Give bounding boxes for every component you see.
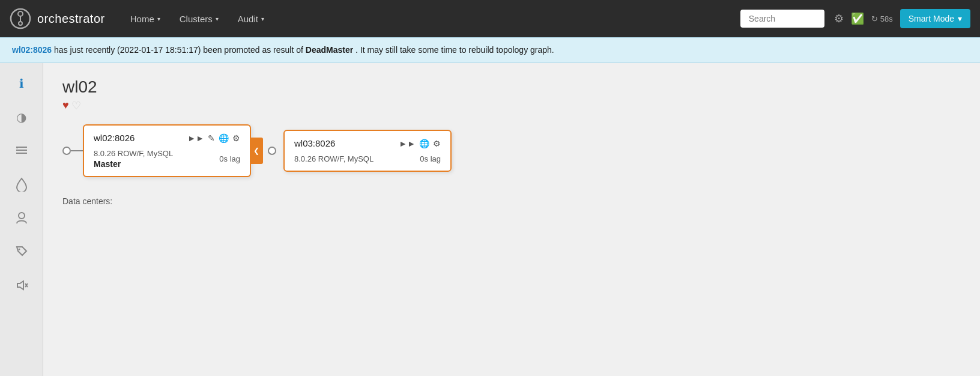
navbar: orchestrator Home ▾ Clusters ▾ Audit ▾ ⚙… [0, 0, 980, 37]
replica-node-name: wl03:8026 [294, 138, 335, 148]
svg-point-3 [19, 22, 22, 25]
svg-point-9 [18, 249, 20, 250]
nav-clusters[interactable]: Clusters ▾ [171, 9, 227, 29]
svg-point-1 [18, 11, 23, 16]
globe-icon[interactable]: 🌐 [219, 133, 229, 143]
heart-filled-icon: ♥ [62, 99, 69, 112]
replica-node-actions: ►► 🌐 ⚙ [399, 139, 441, 148]
settings-icon[interactable]: ⚙ [232, 133, 240, 143]
clusters-arrow-icon: ▾ [216, 16, 219, 22]
refresh-icon: ↻ [871, 14, 878, 23]
replica-lag: 0s lag [420, 154, 441, 163]
list-icon [15, 144, 28, 157]
svg-rect-5 [16, 150, 27, 151]
master-node-header: wl02:8026 ►► ✎ 🌐 ⚙ [94, 133, 240, 143]
collapse-button[interactable]: ❮ [250, 138, 263, 164]
nav-home[interactable]: Home ▾ [122, 9, 169, 29]
topology-diagram: wl02:8026 ►► ✎ 🌐 ⚙ 8.0.26 ROW/F, MySQL M… [62, 124, 961, 177]
svg-point-8 [19, 213, 25, 219]
sidebar-item-list[interactable] [11, 140, 32, 162]
sidebar-item-contrast[interactable]: ◑ [11, 106, 32, 128]
replica-version: 8.0.26 ROW/F, MySQL [294, 154, 374, 163]
mute-icon [15, 279, 28, 292]
fast-forward-icon[interactable]: ►► [187, 133, 204, 143]
master-circle [62, 147, 71, 155]
master-node-info: 8.0.26 ROW/F, MySQL Master 0s lag [94, 149, 240, 169]
master-lag: 0s lag [219, 154, 240, 163]
sidebar-item-mute[interactable] [11, 274, 32, 296]
cluster-hearts: ♥ ♡ [62, 99, 961, 112]
refresh-button[interactable]: ↻ 58s [871, 14, 893, 23]
replica-fast-forward-icon[interactable]: ►► [399, 139, 416, 148]
audit-arrow-icon: ▾ [261, 16, 264, 22]
banner-post-text: . It may still take some time to rebuild… [355, 45, 554, 55]
nav-audit[interactable]: Audit ▾ [229, 9, 273, 29]
banner-pre-text: has just recently (2022-01-17 18:51:17) … [54, 45, 306, 55]
promotion-banner: wl02:8026 has just recently (2022-01-17 … [0, 37, 980, 63]
master-node-left: 8.0.26 ROW/F, MySQL Master [94, 149, 173, 169]
content-area: wl02 ♥ ♡ wl02:8026 ►► ✎ 🌐 ⚙ [43, 63, 980, 376]
svg-rect-7 [16, 147, 18, 148]
banner-event: DeadMaster [306, 45, 353, 55]
master-left-connector [62, 147, 83, 155]
svg-rect-6 [16, 153, 27, 154]
replica-node: wl03:8026 ►► 🌐 ⚙ 8.0.26 ROW/F, MySQL 0s … [283, 130, 452, 172]
sidebar-item-drop[interactable] [11, 174, 32, 195]
sidebar-item-info[interactable]: ℹ [11, 73, 32, 94]
replica-node-header: wl03:8026 ►► 🌐 ⚙ [294, 138, 441, 148]
gear-icon[interactable]: ⚙ [834, 12, 844, 25]
main-layout: ℹ ◑ [0, 63, 980, 376]
replica-circle [268, 147, 276, 155]
replica-globe-icon[interactable]: 🌐 [419, 139, 429, 148]
master-role: Master [94, 159, 173, 169]
master-node: wl02:8026 ►► ✎ 🌐 ⚙ 8.0.26 ROW/F, MySQL M… [83, 124, 251, 177]
replica-section: wl03:8026 ►► 🌐 ⚙ 8.0.26 ROW/F, MySQL 0s … [268, 130, 452, 172]
replica-node-info: 8.0.26 ROW/F, MySQL 0s lag [294, 154, 441, 163]
smart-mode-arrow-icon: ▾ [958, 14, 962, 23]
banner-host: wl02:8026 [12, 45, 52, 55]
drop-icon [16, 177, 28, 192]
tag-icon [15, 245, 28, 258]
nav-links: Home ▾ Clusters ▾ Audit ▾ [122, 9, 736, 29]
replica-settings-icon[interactable]: ⚙ [433, 139, 441, 148]
cluster-title: wl02 [62, 77, 961, 97]
sidebar: ℹ ◑ [0, 63, 43, 376]
sidebar-item-user[interactable] [11, 207, 32, 229]
data-centers: Data centers: [62, 196, 961, 206]
sidebar-item-tag[interactable] [11, 241, 32, 262]
heart-empty-icon: ♡ [71, 99, 81, 112]
master-node-actions: ►► ✎ 🌐 ⚙ [187, 133, 240, 143]
svg-marker-10 [17, 281, 23, 290]
smart-mode-button[interactable]: Smart Mode ▾ [900, 9, 970, 28]
edit-icon[interactable]: ✎ [208, 133, 215, 143]
collapse-icon: ❮ [253, 147, 259, 155]
app-name: orchestrator [37, 12, 105, 26]
search-input[interactable] [740, 10, 824, 28]
master-line [71, 150, 83, 151]
user-icon [16, 211, 28, 225]
master-version: 8.0.26 ROW/F, MySQL [94, 149, 173, 158]
master-node-name: wl02:8026 [94, 133, 135, 143]
app-logo [10, 8, 31, 29]
home-arrow-icon: ▾ [157, 16, 160, 22]
brand: orchestrator [10, 8, 105, 29]
check-circle-icon[interactable]: ✅ [851, 12, 864, 25]
navbar-actions: ⚙ ✅ ↻ 58s Smart Mode ▾ [834, 9, 970, 28]
